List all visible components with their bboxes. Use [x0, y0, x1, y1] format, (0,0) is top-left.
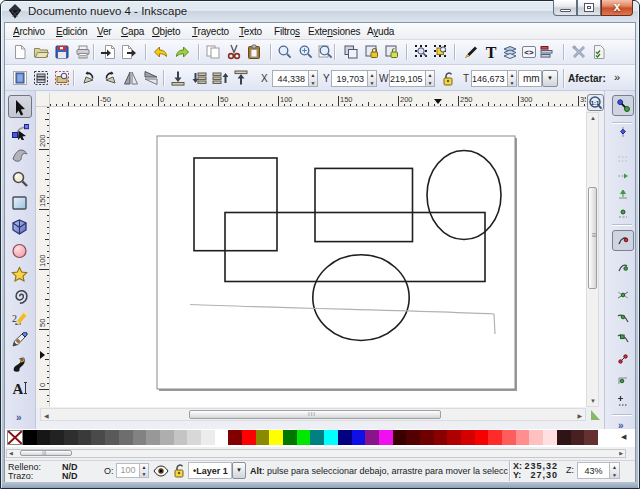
- svg-text:200: 200: [38, 134, 47, 147]
- svg-text:0: 0: [160, 95, 164, 104]
- svg-text:T: T: [486, 44, 497, 60]
- svg-text:1:1: 1:1: [591, 100, 600, 106]
- svg-text:300: 300: [520, 95, 533, 104]
- svg-text:100: 100: [280, 95, 293, 104]
- svg-text:<>: <>: [524, 48, 534, 57]
- svg-text:200: 200: [400, 95, 413, 104]
- svg-text:100: 100: [38, 254, 47, 267]
- svg-text:50: 50: [38, 319, 47, 327]
- svg-text:-50: -50: [100, 95, 111, 104]
- svg-text:350: 350: [580, 95, 586, 104]
- svg-text:2: 2: [12, 313, 17, 324]
- svg-text:250: 250: [460, 95, 473, 104]
- svg-text:150: 150: [38, 194, 47, 207]
- svg-text:A: A: [13, 381, 24, 397]
- svg-text:50: 50: [220, 95, 228, 104]
- svg-text:150: 150: [340, 95, 353, 104]
- svg-text:0: 0: [38, 383, 47, 387]
